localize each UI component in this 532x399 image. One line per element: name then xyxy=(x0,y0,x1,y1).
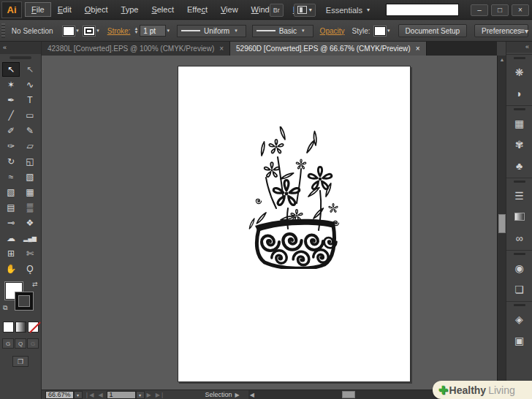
stroke-panel-link[interactable]: Stroke: xyxy=(107,27,131,35)
tools-collapse-icon[interactable]: « xyxy=(0,42,41,54)
chevron-down-icon[interactable]: ▾ xyxy=(76,28,79,34)
close-button[interactable]: × xyxy=(512,4,529,16)
magic-wand-tool-button[interactable]: ✶ xyxy=(2,77,20,92)
direct-selection-tool-button[interactable]: ↖ xyxy=(21,62,39,77)
minimize-button[interactable]: – xyxy=(471,4,488,16)
arrange-documents-button[interactable]: ▾ xyxy=(294,4,316,17)
tools-grip[interactable] xyxy=(10,56,31,59)
chevron-down-icon[interactable]: ▾ xyxy=(387,28,390,34)
style-swatch[interactable] xyxy=(374,26,387,36)
vertical-scroll-thumb[interactable] xyxy=(498,214,506,233)
document-setup-button[interactable]: Document Setup xyxy=(398,24,468,37)
symbols-panel-button[interactable]: ♣ xyxy=(506,155,532,176)
zoom-tool-button[interactable]: Ǫ xyxy=(21,262,39,276)
scale-tool-button[interactable]: ◱ xyxy=(21,154,39,169)
selection-tool-button[interactable]: ↖ xyxy=(2,62,20,77)
previous-artboard-icon[interactable]: ◀ xyxy=(98,392,102,398)
gradient-panel-button[interactable] xyxy=(506,206,532,227)
line-segment-tool-button[interactable]: ╱ xyxy=(2,108,20,123)
shape-builder-tool-button[interactable]: ▧ xyxy=(2,185,20,200)
artboard[interactable] xyxy=(178,66,411,382)
type-tool-button[interactable]: T xyxy=(21,93,39,107)
artboards-panel-button[interactable]: ▣ xyxy=(506,330,532,351)
rectangle-tool-button[interactable]: ▭ xyxy=(21,108,39,123)
default-fill-stroke-icon[interactable]: ⧉ xyxy=(3,304,7,312)
color-guide-panel-button[interactable]: ◗ xyxy=(506,83,532,104)
menu-type[interactable]: Type xyxy=(115,2,145,17)
document-tab-1[interactable]: 42380L [Converted].EPS @ 100% (CMYK/Prev… xyxy=(42,42,230,56)
menu-view[interactable]: View xyxy=(214,2,245,17)
chevron-down-icon[interactable]: ▾ xyxy=(96,28,99,34)
mesh-tool-button[interactable]: ▤ xyxy=(2,200,20,215)
canvas-area[interactable] xyxy=(42,56,497,390)
scroll-left-icon[interactable]: ◀ xyxy=(250,390,254,399)
layers-panel-button[interactable]: ◈ xyxy=(506,308,532,330)
document-tab-2[interactable]: 52960D [Converted].EPS @ 66.67% (CMYK/Pr… xyxy=(230,42,426,56)
perspective-grid-tool-button[interactable]: ▦ xyxy=(21,185,39,200)
column-graph-tool-button[interactable]: ▂▄▆ xyxy=(21,231,39,246)
close-icon[interactable]: × xyxy=(219,45,224,53)
lasso-tool-button[interactable]: ∿ xyxy=(21,77,39,92)
menu-object[interactable]: Object xyxy=(78,2,115,17)
blend-tool-button[interactable]: ❖ xyxy=(21,216,39,230)
eraser-tool-button[interactable]: ▱ xyxy=(21,139,39,153)
zoom-level-field[interactable]: 66.67% xyxy=(45,391,74,399)
chevron-down-icon[interactable]: ▾ xyxy=(167,28,170,34)
gradient-button[interactable] xyxy=(15,322,26,332)
workspace-switcher[interactable]: Essentials▾ xyxy=(326,6,370,15)
artboard-number-field[interactable]: 1 xyxy=(107,391,136,399)
menu-file[interactable]: File xyxy=(25,2,51,17)
rotate-tool-button[interactable]: ↻ xyxy=(2,154,20,169)
eyedropper-tool-button[interactable]: ⊸ xyxy=(2,216,20,230)
menu-effect[interactable]: Effect xyxy=(180,2,214,17)
symbol-sprayer-tool-button[interactable]: ☁ xyxy=(2,231,20,246)
horizontal-scroll-thumb[interactable] xyxy=(342,391,355,398)
stroke-weight-field[interactable]: 1 pt xyxy=(140,25,165,37)
none-button[interactable] xyxy=(28,322,39,332)
draw-normal-button[interactable]: G xyxy=(2,338,14,349)
fill-color-swatch[interactable] xyxy=(63,26,75,36)
brush-definition-dropdown[interactable]: Basic▾ xyxy=(252,25,314,37)
paintbrush-tool-button[interactable]: ✐ xyxy=(2,123,20,138)
draw-inside-button[interactable]: G xyxy=(27,338,39,349)
stroke-color-swatch[interactable] xyxy=(83,26,96,36)
stroke-weight-stepper[interactable]: ▲▼ xyxy=(134,27,138,34)
width-tool-button[interactable]: ≈ xyxy=(2,170,20,184)
blob-brush-tool-button[interactable]: ✑ xyxy=(2,139,20,153)
zoom-dropdown-icon[interactable]: ▾ xyxy=(74,391,83,399)
status-expand-icon[interactable]: ▶ xyxy=(235,392,240,398)
opacity-panel-link[interactable]: Opacity xyxy=(320,27,345,35)
bridge-button[interactable]: Br xyxy=(270,4,284,17)
swatches-panel-button[interactable]: ▦ xyxy=(506,113,532,134)
free-transform-tool-button[interactable]: ▧ xyxy=(21,170,39,184)
slice-tool-button[interactable]: ✄ xyxy=(21,246,39,261)
pen-tool-button[interactable]: ✒ xyxy=(2,93,20,107)
width-profile-dropdown[interactable]: Uniform▾ xyxy=(177,25,246,37)
vertical-scrollbar[interactable]: ▲ ▼ xyxy=(497,56,506,390)
color-button[interactable] xyxy=(3,322,14,332)
graphic-styles-panel-button[interactable]: ❏ xyxy=(506,278,532,300)
menu-edit[interactable]: Edit xyxy=(51,2,78,17)
draw-behind-button[interactable]: Q xyxy=(15,338,26,349)
last-artboard-icon[interactable]: ▶❘ xyxy=(156,392,165,398)
close-icon[interactable]: × xyxy=(416,45,420,53)
search-input[interactable] xyxy=(386,4,459,16)
artboard-tool-button[interactable]: ⊞ xyxy=(2,246,20,261)
screen-mode-button[interactable]: ❐ xyxy=(12,356,28,367)
brushes-panel-button[interactable]: ✾ xyxy=(506,134,532,155)
maximize-button[interactable]: □ xyxy=(491,4,509,16)
panel-menu-icon[interactable]: ≡▾ xyxy=(520,27,528,35)
next-artboard-icon[interactable]: ▶ xyxy=(147,392,151,398)
color-panel-button[interactable]: ❋ xyxy=(506,61,532,83)
gradient-tool-button[interactable]: ▒ xyxy=(21,200,39,215)
first-artboard-icon[interactable]: ❘◀ xyxy=(85,392,94,398)
pencil-tool-button[interactable]: ✎ xyxy=(21,123,39,138)
artboard-dropdown-icon[interactable]: ▾ xyxy=(136,391,145,399)
appearance-panel-button[interactable]: ◉ xyxy=(506,257,532,278)
transparency-panel-button[interactable]: ∞ xyxy=(506,227,532,248)
menu-select[interactable]: Select xyxy=(145,2,180,17)
stroke-swatch[interactable] xyxy=(15,292,33,310)
dock-collapse-icon[interactable]: « xyxy=(506,42,532,53)
swap-fill-stroke-icon[interactable]: ⇄ xyxy=(32,281,38,288)
hand-tool-button[interactable]: ✋ xyxy=(2,262,20,276)
